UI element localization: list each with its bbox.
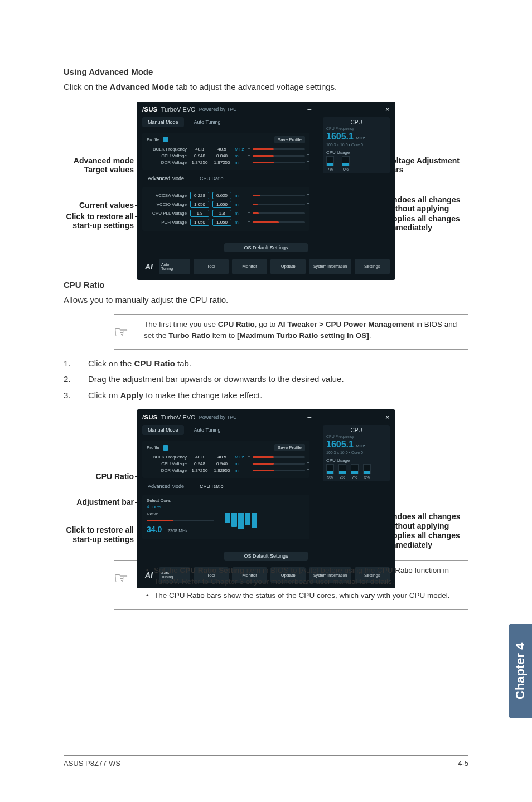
callout-click-restore-2: Click to restore all start-up settings: [61, 525, 134, 544]
text-bold: CPU Ratio: [218, 320, 255, 328]
ratio-mhz: 2208 MHz: [167, 528, 187, 533]
profile-label: Profile: [147, 445, 159, 450]
monitor-button[interactable]: Monitor: [232, 259, 267, 274]
adjustment-slider[interactable]: -+: [253, 162, 305, 163]
row-val: 48.3: [190, 455, 209, 460]
section-intro-advanced-mode: Click on the Advanced Mode tab to adjust…: [64, 81, 468, 94]
cpu-freq-label: CPU Frequency: [326, 125, 386, 131]
adjustment-slider[interactable]: -+: [253, 155, 305, 157]
screenshot-1-wrap: Advanced mode Target values Current valu…: [64, 102, 468, 247]
callout-voltage-bars: Voltage Adjustment bars: [387, 156, 471, 175]
row-val: 1.8: [190, 210, 209, 217]
adjustment-slider[interactable]: -+: [253, 148, 305, 150]
tab-cpu-ratio[interactable]: CPU Ratio: [194, 173, 229, 183]
core-bar: [225, 513, 230, 523]
profile-dropdown-icon[interactable]: [163, 137, 168, 142]
auto-tuning-button[interactable]: AutoTuning: [159, 259, 190, 274]
note-block-2: ☞ Set the CPU Ratio Setting item in BIOS…: [114, 560, 468, 610]
row-unit: m: [235, 202, 249, 207]
update-button[interactable]: Update: [270, 259, 306, 274]
row-val: 48.5: [212, 147, 231, 152]
manual-panel: Profile Save Profile BCLK Frequency48.34…: [142, 133, 309, 170]
section-intro-cpu-ratio: Allows you to manually adjust the CPU ra…: [64, 294, 468, 307]
bottom-toolbar: AI AutoTuning Tool Monitor Update System…: [137, 255, 395, 280]
section-heading-advanced-mode: Using Advanced Mode: [64, 67, 468, 76]
window-titlebar: /SUS TurboV EVO Powered by TPU − ×: [137, 102, 395, 117]
cpu-usage-header: CPU Usage: [326, 458, 386, 463]
usage-bar: [351, 464, 359, 474]
tab-advanced-mode[interactable]: Advanced Mode: [142, 173, 190, 183]
callout-current-values: Current values: [61, 201, 134, 210]
core-bar: [252, 513, 257, 528]
profile-label: Profile: [147, 137, 159, 142]
usage-bar: [342, 156, 350, 166]
tab-manual-mode[interactable]: Manual Mode: [142, 425, 184, 435]
step-number: 1.: [64, 357, 88, 370]
adjustment-slider[interactable]: -+: [253, 470, 305, 471]
core-bar: [245, 513, 250, 525]
close-icon[interactable]: ×: [385, 105, 390, 114]
adjustment-slider[interactable]: -+: [253, 463, 305, 465]
settings-button[interactable]: Settings: [355, 259, 390, 274]
tab-auto-tuning[interactable]: Auto Tuning: [188, 425, 226, 435]
screenshot-turbov-2: /SUS TurboV EVO Powered by TPU − × Manua…: [137, 409, 395, 588]
minimize-icon[interactable]: −: [307, 105, 312, 114]
row-val: 48.5: [212, 455, 231, 460]
tab-auto-tuning[interactable]: Auto Tuning: [188, 117, 226, 127]
cpu-header: CPU: [326, 427, 386, 433]
window-titlebar: /SUS TurboV EVO Powered by TPU − ×: [137, 409, 395, 425]
usage-bar: [338, 464, 346, 474]
tab-cpu-ratio[interactable]: CPU Ratio: [194, 481, 229, 491]
callout-click-restore: Click to restore all start-up settings: [61, 212, 134, 231]
text: Drag the adjustment bar upwards or downw…: [88, 373, 344, 386]
row-unit: m: [235, 211, 249, 216]
text-bold: Turbo Ratio: [168, 331, 210, 340]
cpu-info-box: CPU CPU Frequency 1605.1MHz 100.3 x 16.0…: [323, 425, 390, 481]
profile-dropdown-icon[interactable]: [163, 445, 168, 451]
text: 1605.1: [326, 439, 354, 449]
cpu-freq-value: 1605.1MHz: [326, 438, 386, 450]
adjustment-slider[interactable]: -+: [253, 212, 305, 214]
callout-cpu-ratio: CPU Ratio: [61, 472, 134, 481]
usage-bar: [363, 464, 371, 474]
row-val: 0.840: [212, 153, 231, 158]
text: Auto: [161, 263, 190, 267]
row-label: VCCSA Voltage: [147, 193, 187, 198]
advanced-tabs: Advanced Mode CPU Ratio: [137, 173, 395, 183]
note-item: The CPU Ratio bars show the status of th…: [144, 590, 468, 601]
tool-button[interactable]: Tool: [194, 259, 229, 274]
ratio-adjustment-bar[interactable]: [147, 520, 214, 521]
os-default-button[interactable]: OS Default Settings: [224, 552, 308, 561]
ratio-value: 34.0: [147, 525, 162, 534]
row-label: CPU PLL Voltage: [147, 211, 187, 216]
save-profile-button[interactable]: Save Profile: [274, 136, 305, 143]
usage-bar: [326, 156, 334, 166]
save-profile-button[interactable]: Save Profile: [274, 444, 305, 451]
tab-manual-mode[interactable]: Manual Mode: [142, 117, 184, 127]
adjustment-slider[interactable]: -+: [253, 456, 305, 458]
text: , go to: [255, 320, 278, 328]
row-label: PCH Voltage: [147, 220, 187, 225]
usage-bar: [326, 464, 334, 474]
os-default-button[interactable]: OS Default Settings: [224, 243, 308, 252]
cpu-freq-value: 1605.1MHz: [326, 131, 386, 142]
usage-value: 0%: [343, 167, 349, 171]
adjustment-slider[interactable]: -+: [253, 204, 305, 205]
callout-undoes: Undoes all changes without applying: [387, 195, 471, 214]
close-icon[interactable]: ×: [385, 413, 390, 422]
text: tab.: [175, 359, 191, 368]
adjustment-slider[interactable]: -+: [253, 221, 305, 223]
window-title: TurboV EVO: [161, 106, 196, 113]
adjustment-slider[interactable]: -+: [253, 195, 305, 196]
cpu-info-box: CPU CPU Frequency 1605.1MHz 100.3 x 16.0…: [323, 117, 390, 173]
row-val: 1.87250: [190, 468, 209, 473]
cpu-usage-bars: 7% 0%: [326, 156, 386, 171]
minimize-icon[interactable]: −: [307, 413, 312, 422]
row-label: VCCIO Voltage: [147, 202, 187, 207]
sysinfo-button[interactable]: System Information: [309, 259, 351, 274]
tab-advanced-mode[interactable]: Advanced Mode: [142, 481, 190, 491]
footer-right: 4-5: [458, 759, 468, 767]
note-hand-icon: ☞: [114, 319, 134, 345]
row-val: 1.050: [212, 219, 231, 226]
manual-panel: Profile Save Profile BCLK Frequency48.34…: [142, 441, 309, 478]
